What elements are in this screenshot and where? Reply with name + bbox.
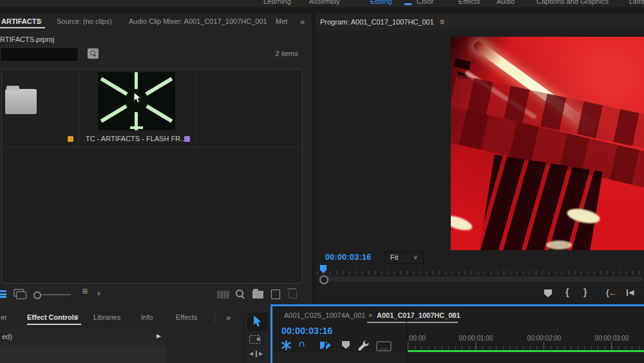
clip-name-label[interactable]: TC - ARTIFACTS - FLASH FR...: [86, 135, 186, 142]
grid-line-h1: [2, 147, 302, 148]
zoom-chevron-down-icon: ∨: [413, 254, 418, 260]
program-timecode[interactable]: 00:00:03:16: [325, 253, 371, 262]
icon-view-icon[interactable]: [16, 291, 26, 299]
program-ruler[interactable]: [317, 269, 643, 275]
tab-libraries[interactable]: Libraries: [93, 313, 120, 321]
folder-label-badge[interactable]: [68, 136, 73, 142]
workspace-tab-editing[interactable]: Editing: [370, 0, 392, 5]
project-file-name: RTIFACTS.prproj: [0, 35, 54, 43]
ripple-right-icon: ▸: [259, 349, 263, 358]
grid-line-v1: [79, 70, 79, 147]
workspace-tab-color[interactable]: Color: [417, 0, 433, 5]
workspace-tab-effects[interactable]: Effects: [459, 0, 480, 5]
sequence-tab-inactive[interactable]: A001_C025_10074A_001: [284, 311, 366, 319]
ruler-label-1: 00:00:01:00: [459, 335, 493, 342]
mark-in-button[interactable]: {: [565, 287, 569, 297]
timeline-settings-wrench-icon[interactable]: [357, 340, 370, 351]
tab-effect-controls[interactable]: Effect Controls: [27, 313, 78, 321]
timeline-panel: A001_C025_10074A_001 × A001_C017_1007HC_…: [270, 304, 644, 363]
linked-selection-icon[interactable]: [319, 340, 332, 350]
search-input[interactable]: [0, 47, 79, 62]
tab-project-artifacts[interactable]: ARTIFACTS: [1, 17, 41, 25]
program-tab[interactable]: Program: A001_C017_1007HC_001 ≡: [320, 17, 444, 26]
find-icon[interactable]: [236, 289, 242, 295]
effect-controls-menu-icon[interactable]: ≡: [74, 313, 79, 322]
sequence-tab-close-icon[interactable]: ×: [368, 311, 372, 319]
video-bright-spot3: [546, 240, 572, 250]
zoom-level-dropdown[interactable]: Fit ∨: [384, 251, 424, 264]
selection-tool-icon: [253, 315, 263, 328]
bin-item-folder-icon[interactable]: [5, 89, 37, 114]
track-header-area[interactable]: [272, 352, 406, 363]
selection-tool-button[interactable]: [247, 313, 269, 331]
timeline-timecode[interactable]: 00:00:03:16: [281, 326, 333, 336]
effect-controls-underline: [27, 324, 81, 325]
bin-item-clip-thumbnail[interactable]: [98, 72, 175, 130]
timeline-ruler[interactable]: [408, 342, 644, 349]
list-view-icon[interactable]: [0, 290, 6, 299]
track-select-tool-button[interactable]: ▸: [249, 335, 266, 344]
sequence-tab-active[interactable]: A001_C017_1007HC_001: [377, 311, 460, 319]
add-marker-button[interactable]: [544, 289, 552, 297]
program-zoom-scroll-handle[interactable]: [319, 275, 328, 284]
trash-icon[interactable]: [289, 291, 297, 299]
search-bin-icon[interactable]: [88, 48, 99, 59]
workspace-menu-icon[interactable]: [404, 3, 412, 5]
tools-panel: ▸ ◂ ▸: [243, 308, 270, 363]
tab-info[interactable]: Info: [141, 313, 153, 321]
ripple-bar: [256, 351, 257, 357]
bin-content-area[interactable]: TC - ARTIFACTS - FLASH FR...: [1, 69, 303, 284]
workspace-bar: Learning Assembly Editing Color Effects …: [0, 0, 644, 7]
nest-toggle-icon[interactable]: [281, 340, 291, 350]
workspace-tab-learning[interactable]: Learning: [263, 0, 291, 5]
freeform-view-icon[interactable]: [217, 291, 229, 299]
ripple-left-icon: ◂: [249, 349, 253, 358]
snap-toggle-icon[interactable]: ∩: [298, 338, 305, 349]
lower-left-overflow-icon[interactable]: »: [226, 313, 231, 322]
workspace-tab-audio[interactable]: Audio: [497, 0, 515, 5]
thumb-line-foot: [130, 126, 143, 129]
timeline-header-divider: [406, 306, 407, 363]
go-to-in-button[interactable]: {←: [606, 288, 617, 297]
tab-source-monitor[interactable]: Source: (no clips): [57, 17, 112, 25]
effect-controls-body: [0, 346, 166, 363]
premiere-window: Learning Assembly Editing Color Effects …: [0, 0, 644, 363]
zoom-slider-handle[interactable]: [33, 291, 41, 299]
workspace-tab-libraries[interactable]: Libraries: [629, 0, 644, 5]
tab-overflow-icon[interactable]: »: [300, 17, 305, 26]
captions-cc-icon[interactable]: CC: [376, 341, 392, 351]
sort-icon[interactable]: ≡: [82, 286, 88, 297]
workspace-tab-assembly[interactable]: Assembly: [309, 0, 340, 5]
program-monitor-content: 00:00:03:16 Fit ∨ { } {← ◀: [316, 30, 644, 308]
program-panel-menu-icon[interactable]: ≡: [440, 17, 444, 26]
timeline-inner: A001_C025_10074A_001 × A001_C017_1007HC_…: [272, 306, 644, 363]
tab-metadata[interactable]: Met: [276, 17, 287, 25]
program-zoom-scroll-track[interactable]: [324, 277, 643, 282]
mark-out-button[interactable]: }: [583, 287, 587, 297]
new-bin-icon[interactable]: [252, 291, 263, 299]
items-count: 2 items: [257, 50, 298, 57]
workspace-tab-captions[interactable]: Captions and Graphics: [536, 0, 609, 5]
ruler-label-3: 00:00:03:00: [595, 335, 629, 342]
clip-label-badge[interactable]: [184, 136, 190, 142]
new-item-icon[interactable]: [271, 289, 280, 299]
timeline-add-marker-icon[interactable]: [342, 341, 350, 349]
ripple-edit-tool-button[interactable]: ◂ ▸: [249, 349, 266, 358]
project-panel-toolbar: ≡ ∨: [0, 284, 312, 308]
track-select-arrow-icon: ▸: [257, 334, 261, 343]
step-back-triangle: ◀: [629, 288, 634, 297]
twirl-caret-icon[interactable]: ▶: [156, 333, 161, 339]
step-back-bar: [627, 289, 628, 296]
program-video-frame[interactable]: [451, 37, 644, 250]
zoom-level-value: Fit: [390, 253, 398, 261]
tab-effects[interactable]: Effects: [176, 313, 197, 321]
tab-audio-clip-mixer[interactable]: Audio Clip Mixer: A001_C017_1007HC_001: [129, 17, 267, 25]
mouse-cursor-icon: [133, 92, 142, 104]
zoom-slider-track[interactable]: [42, 294, 71, 295]
panel-menu-icon[interactable]: ≡: [37, 17, 42, 26]
tab-truncated-left[interactable]: er: [1, 313, 7, 321]
sort-chevron-down-icon[interactable]: ∨: [97, 290, 101, 297]
effect-controls-clip-label: ed): [2, 333, 12, 340]
sequence-tab-menu-icon[interactable]: ≡: [451, 311, 455, 320]
effect-controls-header-row[interactable]: ed) ▶: [0, 329, 166, 346]
